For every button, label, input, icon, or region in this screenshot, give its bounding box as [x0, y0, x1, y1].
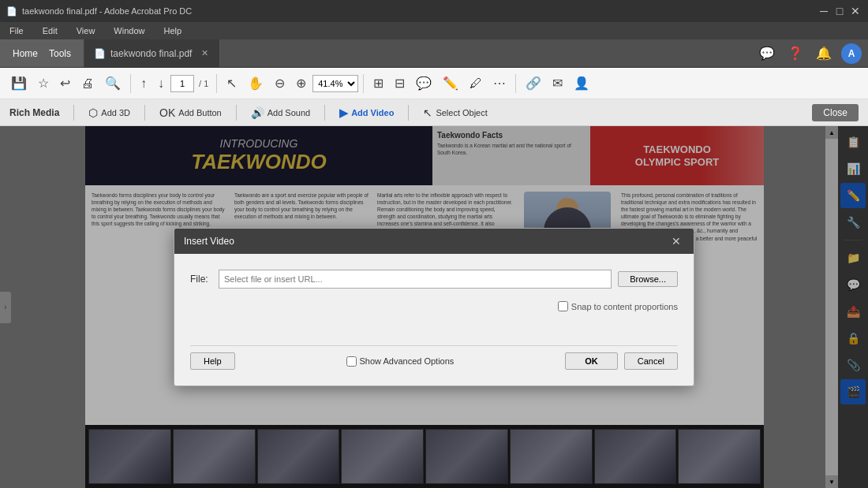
dialog-footer-right: OK Cancel: [565, 352, 678, 370]
back-button[interactable]: ↩: [55, 71, 75, 96]
zoom-out-button[interactable]: ⊖: [270, 71, 290, 96]
tab-bar-right: 💬 ❓ 🔔 A: [756, 39, 868, 67]
main-area: › INTRODUCING TAEKWONDO Taekwondo Facts …: [0, 126, 868, 488]
rm-separator-2: [144, 105, 145, 121]
insert-video-dialog: Insert Video ✕ File: Browse... Snap to c…: [174, 228, 694, 386]
menu-help[interactable]: Help: [160, 24, 185, 37]
toolbar: 💾 ☆ ↩ 🖨 🔍 ↑ ↓ / 1 ↖ ✋ ⊖ ⊕ 41.4% ⊞ ⊟ 💬 ✏️…: [0, 68, 868, 99]
add-3d-label: Add 3D: [101, 108, 130, 117]
title-bar-left: 📄 taekwondo final.pdf - Adobe Acrobat Pr…: [6, 6, 192, 17]
zoom-out-btn[interactable]: 🔍: [100, 71, 125, 96]
show-advanced-label[interactable]: Show Advanced Options: [346, 356, 455, 367]
rich-media-bar: Rich Media ⬡ Add 3D OK Add Button 🔊 Add …: [0, 99, 868, 126]
add-sound-icon: 🔊: [251, 106, 264, 119]
share-button[interactable]: 👤: [569, 71, 594, 96]
toolbar-separator-4: [515, 74, 516, 93]
dialog-close-button[interactable]: ✕: [668, 233, 684, 249]
email-button[interactable]: ✉: [548, 71, 567, 96]
rm-separator-5: [408, 105, 409, 121]
help-icon-button[interactable]: ❓: [784, 43, 806, 65]
zoom-in-button[interactable]: ⊕: [291, 71, 311, 96]
comment-button[interactable]: 💬: [411, 71, 436, 96]
rm-separator-1: [73, 105, 74, 121]
tab-bar: Home Tools 📄 taekwondo final.pdf ✕ 💬 ❓ 🔔…: [0, 39, 868, 68]
add-sound-label: Add Sound: [268, 108, 310, 117]
rich-media-close-button[interactable]: Close: [812, 104, 859, 121]
app-title: taekwondo final.pdf - Adobe Acrobat Pro …: [22, 6, 192, 16]
next-page-button[interactable]: ↓: [153, 71, 169, 96]
dialog-body: File: Browse... Snap to content proporti…: [174, 254, 694, 386]
add-button-button[interactable]: OK Add Button: [153, 104, 228, 121]
link-button[interactable]: 🔗: [521, 71, 546, 96]
page-total: / 1: [199, 79, 208, 88]
add-3d-icon: ⬡: [88, 106, 98, 119]
more-tools-button[interactable]: ⋯: [488, 71, 511, 96]
add-button-icon: OK: [159, 106, 175, 119]
snap-to-content-text: Snap to content proportions: [571, 302, 678, 311]
dialog-title: Insert Video: [184, 236, 234, 247]
select-object-button[interactable]: ↖ Select Object: [417, 104, 493, 121]
tab-home[interactable]: Home Tools: [0, 39, 84, 67]
menu-edit[interactable]: Edit: [39, 24, 61, 37]
rich-media-title: Rich Media: [9, 107, 59, 118]
tab-file[interactable]: 📄 taekwondo final.pdf ✕: [84, 39, 220, 67]
fit-page-button[interactable]: ⊟: [390, 71, 410, 96]
show-advanced-text: Show Advanced Options: [360, 356, 455, 366]
add-3d-button[interactable]: ⬡ Add 3D: [82, 104, 137, 121]
tab-tools-label: Tools: [49, 48, 71, 59]
dialog-browse-button[interactable]: Browse...: [618, 271, 678, 287]
menu-view[interactable]: View: [73, 24, 99, 37]
menu-bar: File Edit View Window Help: [0, 22, 868, 39]
bookmark-button[interactable]: ☆: [33, 71, 54, 96]
title-bar-controls: ─ □ ✕: [817, 5, 862, 17]
pen-button[interactable]: ✏️: [438, 71, 463, 96]
grid-view-button[interactable]: ⊞: [369, 71, 388, 96]
add-video-icon: ▶: [339, 106, 348, 119]
dialog-footer: Help Show Advanced Options OK Cancel: [190, 345, 678, 373]
dialog-file-label: File:: [190, 274, 212, 285]
hand-tool-button[interactable]: ✋: [243, 71, 268, 96]
snap-to-content-label[interactable]: Snap to content proportions: [558, 301, 678, 311]
select-tool-button[interactable]: ↖: [222, 71, 241, 96]
dialog-footer-left: Help: [190, 352, 235, 370]
select-object-label: Select Object: [436, 108, 487, 117]
tab-file-label: taekwondo final.pdf: [110, 48, 192, 59]
maximize-button[interactable]: □: [833, 5, 846, 17]
page-number-input[interactable]: [170, 75, 194, 92]
dialog-overlay: Insert Video ✕ File: Browse... Snap to c…: [0, 126, 868, 488]
show-advanced-checkbox[interactable]: [346, 356, 357, 367]
dialog-file-row: File: Browse...: [190, 270, 678, 289]
dialog-cancel-button[interactable]: Cancel: [624, 352, 678, 370]
menu-window[interactable]: Window: [110, 24, 148, 37]
pencil-button[interactable]: 🖊: [465, 71, 487, 96]
menu-file[interactable]: File: [6, 24, 27, 37]
app-icon: 📄: [6, 6, 17, 17]
minimize-button[interactable]: ─: [817, 5, 830, 17]
dialog-options-area: Snap to content proportions: [190, 298, 678, 345]
add-video-button[interactable]: ▶ Add Video: [333, 104, 400, 121]
add-button-label: Add Button: [178, 108, 221, 117]
tab-close-button[interactable]: ✕: [200, 47, 210, 60]
notifications-icon-button[interactable]: 🔔: [813, 43, 835, 65]
add-sound-button[interactable]: 🔊 Add Sound: [245, 104, 316, 121]
tab-home-label: Home: [13, 48, 38, 59]
dialog-title-bar: Insert Video ✕: [174, 229, 694, 254]
toolbar-separator-2: [216, 74, 217, 93]
rm-separator-3: [236, 105, 237, 121]
save-button[interactable]: 💾: [6, 71, 32, 96]
print-button[interactable]: 🖨: [77, 71, 99, 96]
toolbar-separator-3: [363, 74, 364, 93]
dialog-file-input[interactable]: [219, 270, 612, 289]
user-avatar[interactable]: A: [841, 43, 862, 64]
toolbar-separator-1: [130, 74, 131, 93]
add-video-label: Add Video: [351, 108, 394, 117]
rm-separator-4: [324, 105, 325, 121]
dialog-ok-button[interactable]: OK: [565, 352, 618, 370]
chat-icon-button[interactable]: 💬: [756, 43, 778, 65]
dialog-help-button[interactable]: Help: [190, 352, 235, 370]
snap-to-content-checkbox[interactable]: [558, 301, 568, 311]
zoom-select[interactable]: 41.4%: [312, 75, 358, 92]
tab-file-icon: 📄: [94, 48, 106, 59]
prev-page-button[interactable]: ↑: [136, 71, 152, 96]
close-window-button[interactable]: ✕: [849, 5, 862, 17]
